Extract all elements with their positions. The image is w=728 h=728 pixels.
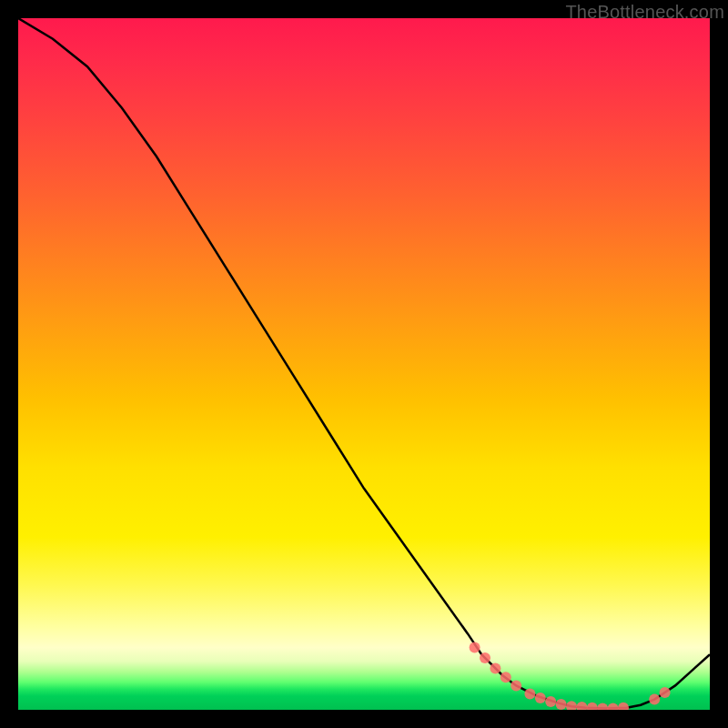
data-marker <box>556 699 567 710</box>
data-marker <box>618 703 629 710</box>
data-marker <box>576 702 587 710</box>
data-marker <box>524 689 535 700</box>
marker-group <box>470 642 671 710</box>
data-marker <box>597 703 608 711</box>
data-marker <box>608 703 619 711</box>
data-marker <box>500 672 511 682</box>
data-marker <box>490 662 500 673</box>
curve-path <box>18 18 710 709</box>
data-marker <box>587 703 598 710</box>
data-marker <box>566 701 577 710</box>
data-marker <box>535 693 546 703</box>
data-marker <box>649 694 660 705</box>
chart-svg <box>18 18 710 710</box>
chart-container: TheBottleneck.com <box>0 0 728 728</box>
watermark-text: TheBottleneck.com <box>565 2 724 23</box>
data-marker <box>545 696 556 707</box>
data-marker <box>470 642 480 653</box>
data-marker <box>511 680 521 691</box>
data-marker <box>660 687 671 698</box>
plot-area <box>18 18 710 710</box>
data-marker <box>480 652 490 663</box>
